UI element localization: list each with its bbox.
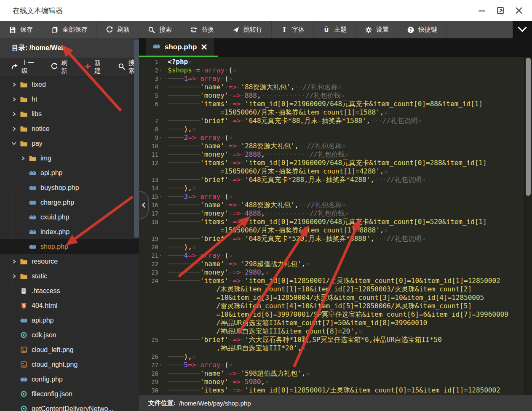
sidebar-action-up-level[interactable]: 上一级 xyxy=(11,59,38,75)
tree-item-label: cloud_right.png xyxy=(32,361,78,368)
code-text: ────────'name'·=>·'488资源大礼包',··//礼包名称¤ xyxy=(163,201,525,209)
tree-item-label: cloud_left.png xyxy=(32,346,74,354)
chevron-right-icon[interactable] xyxy=(9,97,19,102)
line-number xyxy=(139,285,163,294)
code-text: ────),¤ xyxy=(163,352,525,361)
chevron-right-icon[interactable] xyxy=(9,259,19,264)
php-icon xyxy=(27,199,37,206)
chevron-right-icon[interactable] xyxy=(9,274,19,279)
toolbar-button-label: 快捷键 xyxy=(418,26,437,34)
code-line-21: 21▾────4=>·array·(¤ xyxy=(139,251,525,260)
toolbar-button-save-all[interactable]: 全部保存 xyxy=(42,21,97,38)
code-area[interactable]: 1<?php¤2▾$shops·=·array·(¤3▾────1=>·arra… xyxy=(139,57,525,395)
chevron-right-icon[interactable] xyxy=(9,112,19,117)
tree-item-shop-php[interactable]: shop.php xyxy=(0,239,139,254)
minimize-icon[interactable] xyxy=(475,3,489,18)
line-number: 9▾ xyxy=(139,133,163,142)
chevron-down-icon[interactable] xyxy=(9,141,19,146)
up-level-icon xyxy=(11,63,19,72)
fold-marker-icon[interactable]: ▾ xyxy=(158,251,163,260)
line-number xyxy=(139,327,163,336)
svg-text:I: I xyxy=(283,26,286,34)
code-line-9: 9▾────2=>·array·(¤ xyxy=(139,133,525,142)
toolbar-button-refresh[interactable]: 刷新 xyxy=(97,21,139,38)
window-title: 在线文本编辑器 xyxy=(13,6,63,16)
tree-item-ht[interactable]: ht xyxy=(0,92,139,107)
sidebar-action-refresh[interactable]: 刷新 xyxy=(51,59,72,75)
editor-scrollbar-thumb[interactable] xyxy=(526,58,531,196)
fold-marker-icon[interactable]: ▾ xyxy=(158,192,163,201)
line-number: 13 xyxy=(139,176,163,184)
tree-item-fixed[interactable]: fixed xyxy=(0,77,139,92)
tree-item-404-html[interactable]: 5404.html xyxy=(0,298,139,313)
toolbar-button-search[interactable]: 搜索 xyxy=(139,21,181,38)
toolbar-button-hotkeys[interactable]: ?快捷键 xyxy=(398,21,446,38)
code-text: /木灵珠&item_count[1]=10&item_id[2]=1285000… xyxy=(163,285,525,294)
tree-item-label: api.php xyxy=(32,317,54,324)
line-number xyxy=(139,310,163,319)
code-line-19: 19────────'brief'·=>·'648元真充卡*520,月末-抽奖券… xyxy=(139,235,525,243)
tree-item-api-php[interactable]: api.php xyxy=(0,165,139,180)
code-text: $shops·=·array·(¤ xyxy=(163,66,525,75)
tree-item-resource[interactable]: resource xyxy=(0,254,139,269)
tree-item-fileconfig-json[interactable]: fileconfig.json xyxy=(0,387,139,401)
toolbar-button-theme[interactable]: Ü主题 xyxy=(314,21,356,38)
tree-item-notice[interactable]: notice xyxy=(0,121,139,136)
maximize-icon[interactable] xyxy=(493,3,508,18)
toolbar-button-replace[interactable]: 替换 xyxy=(181,21,223,38)
tree-item-pay[interactable]: pay xyxy=(0,136,139,151)
php-icon xyxy=(27,229,37,235)
toolbar-button-label: 替换 xyxy=(201,26,214,34)
folder-icon xyxy=(19,110,29,117)
tree-item-cloud-left-png[interactable]: cloud_left.png xyxy=(0,342,139,357)
close-icon[interactable] xyxy=(512,3,526,18)
editor-scrollbar[interactable] xyxy=(524,57,532,395)
toolbar-expand-button[interactable] xyxy=(513,21,532,38)
line-number xyxy=(139,108,163,117)
tree-item-getcontentdeliverynetwo[interactable]: getContentDeliveryNetwo... xyxy=(0,401,139,411)
chevron-right-icon[interactable] xyxy=(9,126,19,131)
code-text: =15050060/月末-抽奖券&item_count[1]=8888',¤ xyxy=(163,226,525,235)
sidebar-action-new[interactable]: 新建 xyxy=(84,59,105,75)
fold-marker-icon[interactable]: ▾ xyxy=(158,66,163,75)
tree-item-buyshop-php[interactable]: buyshop.php xyxy=(0,180,139,195)
fold-marker-icon[interactable]: ▾ xyxy=(158,75,163,83)
tab-close-icon[interactable] xyxy=(201,44,207,50)
tree-item-cloud-right-png[interactable]: cloud_right.png xyxy=(0,357,139,372)
line-number: 24 xyxy=(139,277,163,285)
editor-pane: shop.php 1<?php¤2▾$shops·=·array·(¤3▾───… xyxy=(139,38,532,411)
code-text: ────),¤ xyxy=(163,243,525,251)
code-text: =10&item_id[6]=39970001/SP冥皇任选宝箱&item_co… xyxy=(163,310,525,319)
line-number xyxy=(139,167,163,176)
fold-marker-icon[interactable]: ▾ xyxy=(158,133,163,142)
tree-item-static[interactable]: static xyxy=(0,269,139,283)
toolbar-button-save[interactable]: 保存 xyxy=(0,21,42,38)
tree-item-htaccess[interactable]: .htaccess xyxy=(0,283,139,298)
tree-item-index-php[interactable]: index.php xyxy=(0,224,139,239)
code-text: ────────'money'·=>·2980,¤ xyxy=(163,268,525,277)
code-line-25: 25────────'brief'·=>·'六大原石各种*10颗,SP冥皇任选宝… xyxy=(139,336,525,344)
tree-item-cxuid-php[interactable]: cxuid.php xyxy=(0,210,139,224)
tree-item-cdk-json[interactable]: cdk.json xyxy=(0,328,139,342)
sidebar-scrollbar[interactable] xyxy=(134,40,139,238)
json-icon xyxy=(19,390,29,398)
tab-shop-php[interactable]: shop.php xyxy=(146,38,214,56)
tree-item-img[interactable]: img xyxy=(0,151,139,165)
toolbar-button-goto-line[interactable]: 跳转行 xyxy=(223,21,272,38)
tree-item-api-php[interactable]: api.php xyxy=(0,313,139,328)
tree-item-libs[interactable]: libs xyxy=(0,107,139,121)
toolbar-button-settings[interactable]: 设置 xyxy=(356,21,398,38)
status-bar: 文件位置: /home/Web/pay/shop.php xyxy=(139,395,532,411)
chevron-right-icon[interactable] xyxy=(18,156,27,161)
tree-item-label: 404.html xyxy=(32,302,57,310)
toolbar-button-label: 设置 xyxy=(376,26,389,34)
tree-item-config-php[interactable]: config.php xyxy=(0,372,139,387)
search-icon xyxy=(118,63,126,72)
theme-icon: Ü xyxy=(323,26,330,34)
toolbar-button-font[interactable]: I字体 xyxy=(272,21,314,38)
tree-item-charge-php[interactable]: charge.php xyxy=(0,195,139,210)
chevron-right-icon[interactable] xyxy=(9,82,19,87)
tree-item-label: .htaccess xyxy=(32,287,60,295)
code-line-wrap: =15050060/月末-抽奖券&item_count[1]=1588',¤ xyxy=(139,108,525,117)
fold-marker-icon[interactable]: ▾ xyxy=(158,361,163,369)
